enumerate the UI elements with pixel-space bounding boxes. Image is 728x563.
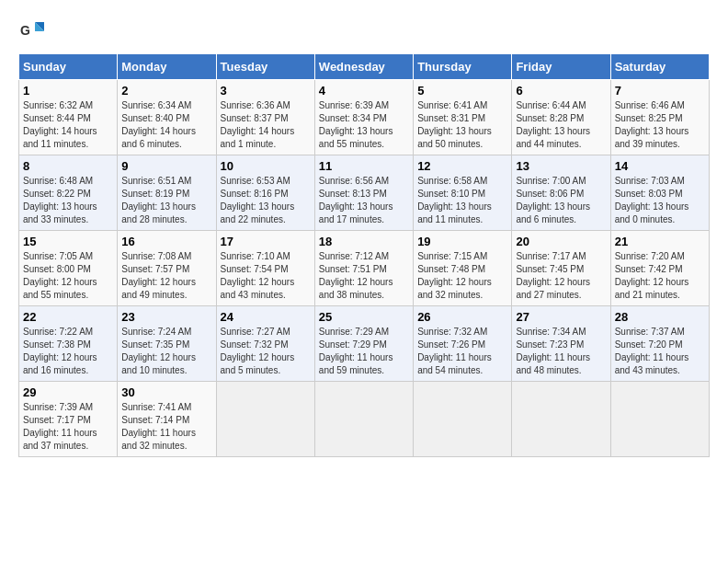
header-cell-sunday: Sunday (19, 54, 118, 80)
logo-icon: G (18, 18, 44, 44)
day-number: 12 (417, 159, 507, 173)
day-cell (512, 382, 610, 457)
day-info: Sunrise: 7:00 AMSunset: 8:06 PMDaylight:… (516, 175, 606, 226)
day-cell: 14Sunrise: 7:03 AMSunset: 8:03 PMDayligh… (610, 155, 709, 231)
day-cell: 3Sunrise: 6:36 AMSunset: 8:37 PMDaylight… (216, 80, 314, 155)
day-cell: 30Sunrise: 7:41 AMSunset: 7:14 PMDayligh… (118, 382, 216, 457)
day-cell: 18Sunrise: 7:12 AMSunset: 7:51 PMDayligh… (314, 231, 413, 306)
day-info: Sunrise: 6:41 AMSunset: 8:31 PMDaylight:… (417, 99, 507, 151)
day-cell: 23Sunrise: 7:24 AMSunset: 7:35 PMDayligh… (118, 306, 216, 382)
day-info: Sunrise: 7:24 AMSunset: 7:35 PMDaylight:… (121, 326, 211, 377)
week-row-5: 29Sunrise: 7:39 AMSunset: 7:17 PMDayligh… (19, 382, 710, 457)
day-cell: 26Sunrise: 7:32 AMSunset: 7:26 PMDayligh… (414, 306, 512, 382)
day-cell: 22Sunrise: 7:22 AMSunset: 7:38 PMDayligh… (19, 306, 118, 382)
day-cell: 12Sunrise: 6:58 AMSunset: 8:10 PMDayligh… (414, 155, 512, 231)
week-row-2: 8Sunrise: 6:48 AMSunset: 8:22 PMDaylight… (19, 155, 710, 231)
day-info: Sunrise: 6:48 AMSunset: 8:22 PMDaylight:… (23, 175, 113, 226)
day-number: 5 (417, 84, 507, 98)
day-number: 13 (516, 159, 606, 173)
day-cell: 21Sunrise: 7:20 AMSunset: 7:42 PMDayligh… (610, 231, 709, 306)
day-number: 27 (516, 310, 606, 324)
day-number: 8 (23, 159, 113, 173)
day-info: Sunrise: 7:12 AMSunset: 7:51 PMDaylight:… (319, 250, 409, 302)
day-info: Sunrise: 7:20 AMSunset: 7:42 PMDaylight:… (615, 250, 705, 302)
day-info: Sunrise: 7:08 AMSunset: 7:57 PMDaylight:… (121, 250, 211, 302)
week-row-1: 1Sunrise: 6:32 AMSunset: 8:44 PMDaylight… (19, 80, 710, 155)
day-info: Sunrise: 6:32 AMSunset: 8:44 PMDaylight:… (23, 99, 113, 151)
header-cell-monday: Monday (118, 54, 216, 80)
day-info: Sunrise: 7:05 AMSunset: 8:00 PMDaylight:… (23, 250, 113, 302)
day-number: 30 (121, 385, 211, 399)
day-info: Sunrise: 7:27 AMSunset: 7:32 PMDaylight:… (221, 326, 311, 377)
header-cell-thursday: Thursday (414, 54, 512, 80)
day-info: Sunrise: 7:15 AMSunset: 7:48 PMDaylight:… (417, 250, 507, 302)
day-cell: 13Sunrise: 7:00 AMSunset: 8:06 PMDayligh… (512, 155, 610, 231)
header-cell-wednesday: Wednesday (314, 54, 413, 80)
day-number: 25 (319, 310, 409, 324)
day-number: 29 (23, 385, 113, 399)
day-cell (414, 382, 512, 457)
day-number: 7 (615, 84, 705, 98)
header-cell-friday: Friday (512, 54, 610, 80)
day-cell: 19Sunrise: 7:15 AMSunset: 7:48 PMDayligh… (414, 231, 512, 306)
day-info: Sunrise: 6:46 AMSunset: 8:25 PMDaylight:… (615, 99, 705, 151)
day-info: Sunrise: 7:32 AMSunset: 7:26 PMDaylight:… (417, 326, 507, 377)
day-cell: 5Sunrise: 6:41 AMSunset: 8:31 PMDaylight… (414, 80, 512, 155)
day-info: Sunrise: 6:44 AMSunset: 8:28 PMDaylight:… (516, 99, 606, 151)
day-number: 4 (319, 84, 409, 98)
day-cell: 24Sunrise: 7:27 AMSunset: 7:32 PMDayligh… (216, 306, 314, 382)
day-cell (216, 382, 314, 457)
day-info: Sunrise: 6:56 AMSunset: 8:13 PMDaylight:… (319, 175, 409, 226)
page-header: G (18, 18, 710, 44)
day-number: 10 (221, 159, 311, 173)
day-number: 2 (121, 84, 211, 98)
day-number: 23 (121, 310, 211, 324)
day-cell: 25Sunrise: 7:29 AMSunset: 7:29 PMDayligh… (314, 306, 413, 382)
day-number: 24 (221, 310, 311, 324)
day-info: Sunrise: 6:36 AMSunset: 8:37 PMDaylight:… (221, 99, 311, 151)
day-number: 17 (221, 235, 311, 248)
day-info: Sunrise: 7:22 AMSunset: 7:38 PMDaylight:… (23, 326, 113, 377)
day-number: 20 (516, 235, 606, 248)
header-cell-tuesday: Tuesday (216, 54, 314, 80)
calendar-table: SundayMondayTuesdayWednesdayThursdayFrid… (18, 53, 710, 457)
day-number: 3 (221, 84, 311, 98)
day-number: 1 (23, 84, 113, 98)
day-info: Sunrise: 6:34 AMSunset: 8:40 PMDaylight:… (121, 99, 211, 151)
day-cell: 29Sunrise: 7:39 AMSunset: 7:17 PMDayligh… (19, 382, 118, 457)
day-info: Sunrise: 7:10 AMSunset: 7:54 PMDaylight:… (221, 250, 311, 302)
day-number: 16 (121, 235, 211, 248)
day-cell (610, 382, 709, 457)
day-cell: 4Sunrise: 6:39 AMSunset: 8:34 PMDaylight… (314, 80, 413, 155)
day-cell: 10Sunrise: 6:53 AMSunset: 8:16 PMDayligh… (216, 155, 314, 231)
day-number: 22 (23, 310, 113, 324)
day-info: Sunrise: 6:39 AMSunset: 8:34 PMDaylight:… (319, 99, 409, 151)
day-cell: 28Sunrise: 7:37 AMSunset: 7:20 PMDayligh… (610, 306, 709, 382)
day-cell: 17Sunrise: 7:10 AMSunset: 7:54 PMDayligh… (216, 231, 314, 306)
day-number: 14 (615, 159, 705, 173)
logo: G (18, 18, 48, 44)
day-cell: 11Sunrise: 6:56 AMSunset: 8:13 PMDayligh… (314, 155, 413, 231)
day-info: Sunrise: 7:29 AMSunset: 7:29 PMDaylight:… (319, 326, 409, 377)
day-info: Sunrise: 7:37 AMSunset: 7:20 PMDaylight:… (615, 326, 705, 377)
day-info: Sunrise: 7:17 AMSunset: 7:45 PMDaylight:… (516, 250, 606, 302)
day-info: Sunrise: 6:51 AMSunset: 8:19 PMDaylight:… (121, 175, 211, 226)
day-info: Sunrise: 6:53 AMSunset: 8:16 PMDaylight:… (221, 175, 311, 226)
week-row-3: 15Sunrise: 7:05 AMSunset: 8:00 PMDayligh… (19, 231, 710, 306)
day-cell: 16Sunrise: 7:08 AMSunset: 7:57 PMDayligh… (118, 231, 216, 306)
day-number: 26 (417, 310, 507, 324)
day-info: Sunrise: 7:41 AMSunset: 7:14 PMDaylight:… (121, 401, 211, 453)
day-cell: 20Sunrise: 7:17 AMSunset: 7:45 PMDayligh… (512, 231, 610, 306)
day-cell: 2Sunrise: 6:34 AMSunset: 8:40 PMDaylight… (118, 80, 216, 155)
day-cell: 6Sunrise: 6:44 AMSunset: 8:28 PMDaylight… (512, 80, 610, 155)
day-cell: 9Sunrise: 6:51 AMSunset: 8:19 PMDaylight… (118, 155, 216, 231)
day-number: 28 (615, 310, 705, 324)
day-cell (314, 382, 413, 457)
header-row: SundayMondayTuesdayWednesdayThursdayFrid… (19, 54, 710, 80)
week-row-4: 22Sunrise: 7:22 AMSunset: 7:38 PMDayligh… (19, 306, 710, 382)
header-cell-saturday: Saturday (610, 54, 709, 80)
day-info: Sunrise: 7:39 AMSunset: 7:17 PMDaylight:… (23, 401, 113, 453)
day-number: 11 (319, 159, 409, 173)
day-cell: 1Sunrise: 6:32 AMSunset: 8:44 PMDaylight… (19, 80, 118, 155)
calendar-header: SundayMondayTuesdayWednesdayThursdayFrid… (19, 54, 710, 80)
